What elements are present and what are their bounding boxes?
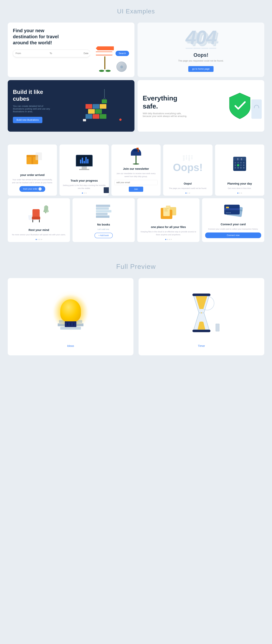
dot-r4 [41, 239, 42, 240]
monitor-icon [76, 155, 92, 170]
progress-description: Setting goals is the first step a turnin… [62, 184, 106, 190]
dot-r3 [39, 239, 40, 240]
dot-f2 [167, 239, 168, 240]
oops-mini-description: The page you requested could not be foun… [169, 187, 207, 190]
timer-label: Timer [198, 344, 205, 348]
build-heading: Build it like cubes [13, 88, 52, 102]
hourglass-icon [190, 292, 213, 334]
credit-card-icon [224, 205, 242, 218]
dot-r1 [36, 239, 37, 240]
oops-mini-illustration: Oops! [166, 148, 209, 180]
card-illustration [205, 202, 261, 220]
travel-illustration: ⊕ [96, 46, 127, 72]
connect-description: Connect your credit card to collect your… [208, 228, 258, 230]
signpost-icon [96, 46, 114, 72]
newsletter-title: Join our newsletter [123, 167, 149, 170]
travel-card: Find your new destination for travel aro… [8, 22, 134, 77]
ideas-preview-card: Ideas [8, 278, 134, 355]
mini-cards-section: your order arrived Your order has arrive… [0, 139, 272, 252]
shield-illustration [220, 88, 259, 124]
dot-f1 [165, 239, 166, 240]
from-input[interactable] [14, 52, 46, 55]
dot-p1 [237, 192, 238, 194]
full-preview-title: Full Preview [8, 262, 264, 270]
track-order-button[interactable]: track your order › [20, 186, 45, 192]
join-button[interactable]: Join [129, 187, 143, 192]
oops-mini-card: Oops! Oops! The page you requested could… [163, 144, 212, 196]
files-title: one place for all your files [151, 226, 186, 229]
travel-heading: Find your new destination for travel aro… [13, 28, 62, 46]
rest-illustration [11, 202, 67, 226]
to-input[interactable] [48, 52, 80, 55]
order-description: Your order has arrived at the post succe… [11, 178, 54, 184]
mini-404-number: Oops! [173, 162, 203, 172]
newsletter-illustration [114, 148, 158, 164]
progress-card: Track your progress Setting goals is the… [60, 144, 109, 196]
safe-heading: Everything safe. [143, 94, 181, 110]
safe-card: Everything safe. With bitty illustration… [138, 80, 264, 132]
404-illustration: 404 [186, 28, 216, 47]
files-illustration [140, 202, 196, 223]
add-book-button[interactable]: + Add book [94, 233, 113, 238]
full-preview-section: Full Preview [0, 252, 272, 366]
timer-illustration [190, 286, 213, 340]
timer-preview-card: Timer [138, 278, 264, 355]
dot-c [189, 192, 190, 194]
search-bar: Search [13, 50, 90, 57]
connect-card: Connect your card Connect your credit ca… [202, 198, 264, 242]
safe-description: With bitty illustrations everything safe… [143, 112, 189, 118]
folder-icon [161, 206, 176, 219]
nobooks-card: No books Let's add one. + Add book [72, 198, 135, 242]
build-button[interactable]: Build new illustrations [13, 117, 42, 123]
page-header: UI Examples [0, 0, 272, 20]
files-card: one place for all your files Keeping fil… [137, 198, 200, 242]
dot-1 [82, 192, 83, 194]
oops-dots [186, 192, 190, 194]
svg-rect-0 [192, 294, 210, 296]
books-stack-icon [96, 205, 112, 218]
planning-title: Planning your day [227, 182, 252, 185]
ideas-label: Ideas [67, 344, 74, 348]
svg-rect-1 [192, 330, 210, 332]
dot-p2 [239, 192, 240, 194]
rest-description: No more stress! your illustration will s… [12, 233, 66, 236]
nobooks-subtitle: Let's add one. [98, 228, 110, 231]
planning-illustration: 1 2 3 4 5 ✓ 7 8 9 10 11 12 [218, 148, 261, 180]
connect-now-button[interactable]: Connect now [205, 232, 261, 238]
arrow-right-icon: › [38, 188, 42, 190]
compass-icon: ⊕ [116, 62, 127, 72]
rest-title: Rest your mind [28, 228, 49, 232]
progress-illustration [62, 148, 106, 176]
order-illustration [11, 148, 54, 171]
oops-mini-title: Oops! [184, 182, 192, 185]
connect-title: Connect your card [220, 223, 246, 226]
files-dots [165, 239, 172, 240]
newsletter-description: Join our newsletter to receive new work … [114, 172, 158, 178]
page-title: UI Examples [2, 8, 270, 15]
oops-title: Oops! [194, 52, 208, 58]
dot-r2 [38, 239, 38, 240]
lego-illustration [78, 88, 129, 124]
rest-card: Rest your mind No more stress! your illu… [8, 198, 70, 242]
svg-point-2 [201, 312, 202, 313]
calendar-icon: 1 2 3 4 5 ✓ 7 8 9 10 11 12 [233, 157, 246, 171]
rest-dots [36, 239, 42, 240]
build-card: Build it like cubes You can create detai… [8, 80, 134, 132]
dot-3 [86, 192, 86, 194]
ui-examples-section: Find your new destination for travel aro… [0, 20, 272, 139]
idea-illustration [60, 286, 81, 340]
progress-dots [82, 192, 86, 194]
search-button[interactable]: Search [116, 51, 129, 56]
dot-b [187, 192, 188, 194]
go-home-button[interactable]: go to home page [188, 66, 214, 72]
planning-dots [237, 192, 242, 194]
planning-description: Get more done in less time. [228, 187, 252, 190]
oops-subtitle: The page you requested could not be foun… [178, 60, 224, 62]
date-input[interactable] [82, 52, 114, 55]
build-description: You can create detailed full of illustra… [13, 105, 52, 113]
nobooks-illustration [76, 202, 132, 220]
newsletter-email-input[interactable] [114, 180, 158, 185]
dot-f3 [169, 239, 170, 240]
dot-a [186, 192, 186, 194]
error-404-card: 404 Oops! The page you requested could n… [138, 22, 264, 77]
